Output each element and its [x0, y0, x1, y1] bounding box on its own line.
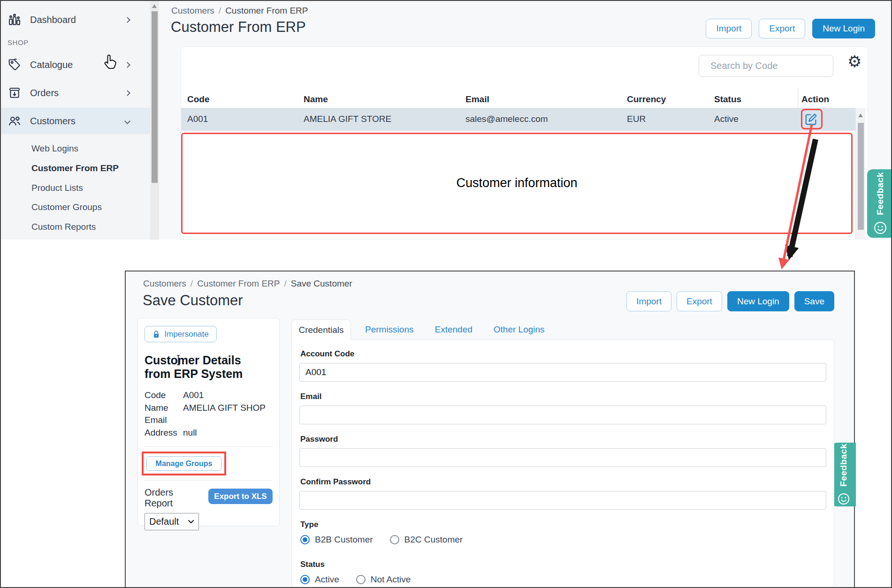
customer-details-card: Impersonate Customer Details from ERP Sy…: [137, 318, 280, 526]
sidebar-item-orders[interactable]: Orders: [1, 80, 150, 106]
radio-not-active[interactable]: Not Active: [356, 574, 411, 585]
radio-selected-icon[interactable]: [300, 575, 310, 584]
tab-bar: Credentials Permissions Extended Other L…: [291, 319, 545, 340]
import-button[interactable]: Import: [626, 291, 671, 311]
account-code-field[interactable]: [299, 363, 826, 382]
page-title: Customer From ERP: [171, 19, 306, 36]
impersonate-label: Impersonate: [164, 330, 209, 339]
detail-value: AMELIA GIFT SHOP: [183, 402, 266, 415]
credentials-form: Account Code Email Password Confirm Pass…: [291, 339, 834, 588]
sub-item-label: Web Logins: [31, 143, 78, 154]
breadcrumb: Customers / Customer From ERP / Save Cus…: [143, 279, 352, 289]
sidebar-item-product-lists[interactable]: Product Lists: [1, 179, 150, 197]
detail-label: Name: [145, 402, 183, 415]
radio-label: Active: [315, 574, 339, 585]
divider: [145, 446, 273, 447]
customers-icon: [8, 114, 22, 128]
sidebar-scrollbar[interactable]: [150, 1, 159, 240]
sub-item-label: Custom Reports: [31, 222, 96, 232]
orders-report-label: Orders Report: [145, 487, 203, 509]
breadcrumb-customers[interactable]: Customers: [143, 279, 186, 289]
confirm-password-field[interactable]: [299, 491, 826, 510]
new-login-button[interactable]: New Login: [727, 291, 789, 311]
feedback-tab[interactable]: Feedback: [831, 443, 856, 506]
breadcrumb-current: Save Customer: [291, 279, 352, 289]
detail-label: Address: [145, 427, 183, 439]
impersonate-button[interactable]: Impersonate: [145, 326, 217, 342]
gear-icon[interactable]: ⚙: [847, 53, 862, 69]
detail-row-code: Code A001: [145, 389, 273, 402]
export-button[interactable]: Export: [759, 19, 805, 38]
feedback-tab[interactable]: Feedback: [867, 169, 892, 238]
chevron-down-icon: [124, 118, 130, 124]
cell-code: A001: [187, 114, 208, 124]
smiley-icon: [873, 221, 887, 235]
sidebar-item-custom-reports[interactable]: Custom Reports: [1, 218, 150, 236]
order-box-icon: [8, 86, 22, 100]
column-header-email: Email: [465, 94, 489, 105]
new-login-button[interactable]: New Login: [812, 19, 875, 38]
sidebar-item-web-logins[interactable]: Web Logins: [1, 140, 150, 158]
selected-option: Default: [149, 516, 179, 527]
radio-unselected-icon[interactable]: [390, 535, 399, 544]
sidebar-item-label: Orders: [30, 88, 59, 98]
breadcrumb-customers[interactable]: Customers: [171, 6, 214, 16]
breadcrumb-separator: /: [219, 6, 221, 16]
scroll-up-arrow[interactable]: [858, 113, 863, 117]
radio-active[interactable]: Active: [300, 574, 339, 585]
tab-extended[interactable]: Extended: [435, 324, 472, 335]
radio-unselected-icon[interactable]: [356, 575, 366, 584]
sidebar-item-catalogue[interactable]: Catalogue: [1, 52, 150, 78]
smiley-icon: [837, 492, 850, 505]
export-to-xls-button[interactable]: Export to XLS: [208, 489, 273, 504]
sidebar: Dashboard SHOP Catalogue: [1, 1, 150, 240]
table-scrollbar[interactable]: [855, 108, 865, 240]
type-radio-group: B2B Customer B2C Customer: [300, 534, 826, 546]
radio-selected-icon[interactable]: [300, 535, 310, 544]
manage-groups-button[interactable]: Manage Groups: [146, 456, 221, 471]
details-list: Code A001 Name AMELIA GIFT SHOP Email Ad…: [145, 389, 273, 439]
lock-icon: [152, 331, 160, 338]
annotation-label: Customer information: [181, 176, 853, 190]
sidebar-item-customer-from-erp[interactable]: Customer From ERP: [1, 159, 150, 177]
breadcrumb-customer-from-erp[interactable]: Customer From ERP: [197, 279, 280, 289]
tab-credentials[interactable]: Credentials: [291, 319, 351, 340]
import-button[interactable]: Import: [706, 19, 752, 38]
email-field[interactable]: [299, 406, 826, 424]
cell-currency: EUR: [627, 114, 646, 124]
sub-item-label: Customer Groups: [31, 202, 102, 212]
save-button[interactable]: Save: [794, 291, 834, 311]
column-header-action: Action: [801, 94, 829, 105]
tag-icon: [8, 58, 22, 72]
radio-label: B2B Customer: [315, 535, 373, 545]
sidebar-scrollbar-thumb[interactable]: [152, 11, 158, 183]
sidebar-item-label: Dashboard: [30, 15, 76, 25]
table-scrollbar-thumb[interactable]: [858, 123, 864, 230]
password-field[interactable]: [299, 448, 826, 467]
tab-permissions[interactable]: Permissions: [365, 324, 413, 335]
detail-row-name: Name AMELIA GIFT SHOP: [145, 402, 273, 415]
search-box: [699, 55, 833, 77]
scroll-up-arrow[interactable]: [152, 4, 157, 8]
sidebar-item-customer-groups[interactable]: Customer Groups: [1, 198, 150, 216]
feedback-label: Feedback: [839, 444, 849, 487]
manage-groups-highlight-box: Manage Groups: [142, 452, 226, 475]
sidebar-item-dashboard[interactable]: Dashboard: [1, 7, 150, 33]
orders-report-select[interactable]: Default: [145, 513, 199, 530]
email-label: Email: [300, 392, 826, 401]
radio-b2b-customer[interactable]: B2B Customer: [300, 535, 373, 545]
detail-value: A001: [183, 389, 204, 402]
search-input[interactable]: [706, 55, 839, 76]
customer-list-view: Dashboard SHOP Catalogue: [1, 1, 892, 240]
sidebar-item-label: Customers: [30, 116, 76, 127]
column-header-currency: Currency: [627, 94, 666, 105]
detail-label: Code: [145, 389, 183, 402]
radio-b2c-customer[interactable]: B2C Customer: [390, 535, 463, 545]
breadcrumb-separator: /: [284, 279, 286, 289]
chevron-right-icon: [124, 62, 130, 68]
tab-other-logins[interactable]: Other Logins: [494, 324, 545, 335]
sidebar-item-customers[interactable]: Customers: [1, 108, 150, 134]
status-label: Status: [300, 560, 826, 569]
radio-label: Not Active: [371, 574, 411, 585]
export-button[interactable]: Export: [677, 291, 722, 311]
